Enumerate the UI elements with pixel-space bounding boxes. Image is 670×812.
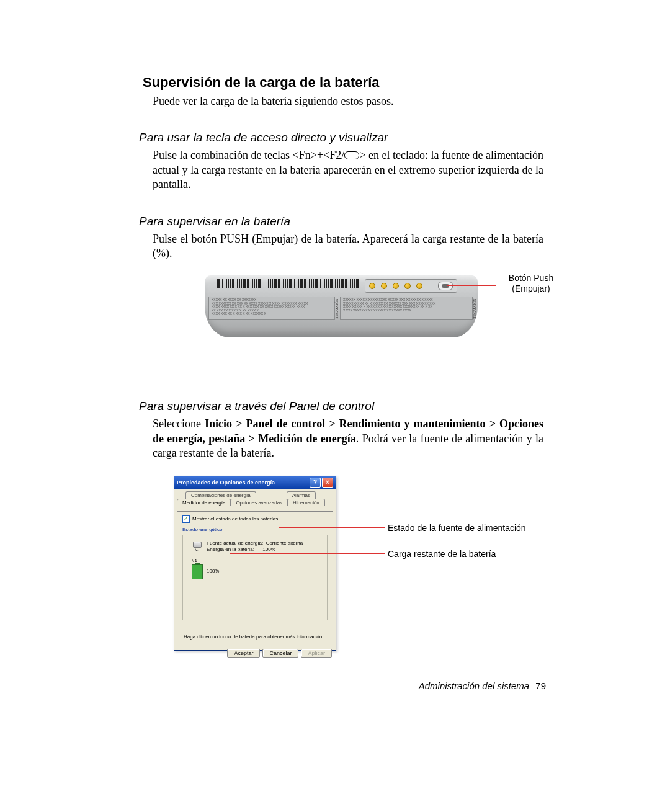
- tab-advanced[interactable]: Opciones avanzadas: [230, 499, 288, 506]
- battery-icon: [192, 564, 203, 579]
- cancel-button[interactable]: Cancelar: [262, 649, 298, 658]
- section-hotkey-text: Pulse la combinación de teclas <Fn>+<F2/…: [153, 148, 543, 192]
- batt-energy-label: Energía en la batería:: [207, 547, 254, 552]
- power-options-dialog: Propiedades de Opciones de energía ? × C…: [174, 476, 336, 651]
- dialog-button-row: Aceptar Cancelar Aplicar: [174, 645, 336, 658]
- checkbox-label: Mostrar el estado de todas las baterías.: [192, 516, 280, 522]
- battery-callout: Botón Push (Empujar): [494, 273, 568, 294]
- battery-callout-line1: Botón Push: [494, 273, 568, 283]
- section-battery-text: Pulse el botón PUSH (Empujar) de la bate…: [153, 232, 543, 261]
- tab-alarms[interactable]: Alarmas: [287, 491, 316, 499]
- footer-page-number: 79: [535, 680, 546, 691]
- tab-panel: ✓ Mostrar el estado de todas las batería…: [177, 511, 333, 645]
- plug-icon: [192, 540, 203, 549]
- source-label: Fuente actual de energía:: [207, 540, 263, 546]
- warning-label-left: XXXXX XX XXXX XX XXXXXXXXXX XXXXXX XX XX…: [208, 297, 335, 320]
- close-button[interactable]: ×: [322, 478, 333, 488]
- dialog-illustration: Propiedades de Opciones de energía ? × C…: [174, 476, 608, 662]
- section-panel-title: Para supervisar a través del Panel de co…: [139, 399, 546, 413]
- battery-slot-value: 100%: [207, 568, 219, 574]
- page-content: Supervisión de la carga de la batería Pu…: [143, 74, 546, 662]
- intro-text: Puede ver la carga de la batería siguien…: [153, 94, 543, 109]
- battery-key-icon: [344, 151, 359, 159]
- battery-body: XXXXX XX XXXX XX XXXXXXXXXX XXXXXX XX XX…: [205, 275, 478, 337]
- leader-line: [447, 285, 496, 286]
- show-all-batteries-checkbox[interactable]: ✓ Mostrar el estado de todas las batería…: [182, 515, 280, 523]
- battery-slot-label: #1: [192, 558, 321, 563]
- dialog-hint: Haga clic en un icono de batería para ob…: [184, 634, 323, 640]
- tab-hibernation[interactable]: Hibernación: [287, 499, 325, 506]
- section-panel-text: Seleccione Inicio > Panel de control > R…: [153, 417, 543, 460]
- push-button[interactable]: [438, 282, 453, 290]
- callout-line-remaining: [230, 553, 385, 554]
- led-dot: [381, 283, 387, 289]
- checkbox-icon: ✓: [182, 515, 190, 523]
- battery-slot-row[interactable]: 100%: [192, 563, 321, 579]
- led-dot: [416, 283, 422, 289]
- panel-pre: Seleccione: [153, 417, 205, 430]
- barcode-2: [267, 279, 360, 288]
- battery-callout-line2: (Empujar): [494, 283, 568, 294]
- section-battery-title: Para supervisar en la batería: [139, 215, 546, 228]
- callout-remaining: Carga restante de la batería: [388, 549, 496, 559]
- dialog-tabs: Combinaciones de energía Alarmas Medidor…: [174, 491, 336, 511]
- page-footer: Administración del sistema 79: [419, 680, 546, 691]
- dialog-titlebar[interactable]: Propiedades de Opciones de energía ? ×: [174, 476, 336, 489]
- ok-button[interactable]: Aceptar: [227, 649, 260, 658]
- footer-section: Administración del sistema: [419, 680, 529, 691]
- help-button[interactable]: ?: [310, 478, 321, 488]
- warning-rot-right: PRECAUCIÓN: [473, 299, 480, 319]
- battery-led-strip: [365, 279, 457, 293]
- led-dot: [393, 283, 399, 289]
- barcode-1: [217, 279, 261, 288]
- source-value: Corriente alterna: [266, 540, 303, 546]
- power-source-row: Fuente actual de energía: Corriente alte…: [192, 540, 321, 553]
- led-dot: [369, 283, 375, 289]
- batt-energy-value: 100%: [262, 547, 275, 552]
- callout-source: Estado de la fuente de alimentación: [388, 523, 526, 533]
- tab-combinations[interactable]: Combinaciones de energía: [185, 491, 256, 499]
- callout-line-source: [279, 527, 385, 528]
- hotkey-text-a: Pulse la combinación de teclas <Fn>+<F2/: [153, 149, 344, 161]
- dialog-title: Propiedades de Opciones de energía: [177, 480, 275, 486]
- section-hotkey-title: Para usar la tecla de acceso directo y v…: [139, 131, 546, 145]
- battery-illustration: XXXXX XX XXXX XX XXXXXXXXXX XXXXXX XX XX…: [205, 275, 608, 362]
- heading: Supervisión de la carga de la batería: [143, 74, 546, 91]
- tab-power-meter[interactable]: Medidor de energía: [177, 499, 231, 506]
- power-state-fieldset: Fuente actual de energía: Corriente alte…: [182, 535, 328, 620]
- led-dot: [404, 283, 411, 289]
- warning-label-right: XXXXXX XXXX X XXXXXXXXX XXXXX XXX XXXXXX…: [340, 297, 473, 320]
- apply-button[interactable]: Aplicar: [301, 649, 332, 658]
